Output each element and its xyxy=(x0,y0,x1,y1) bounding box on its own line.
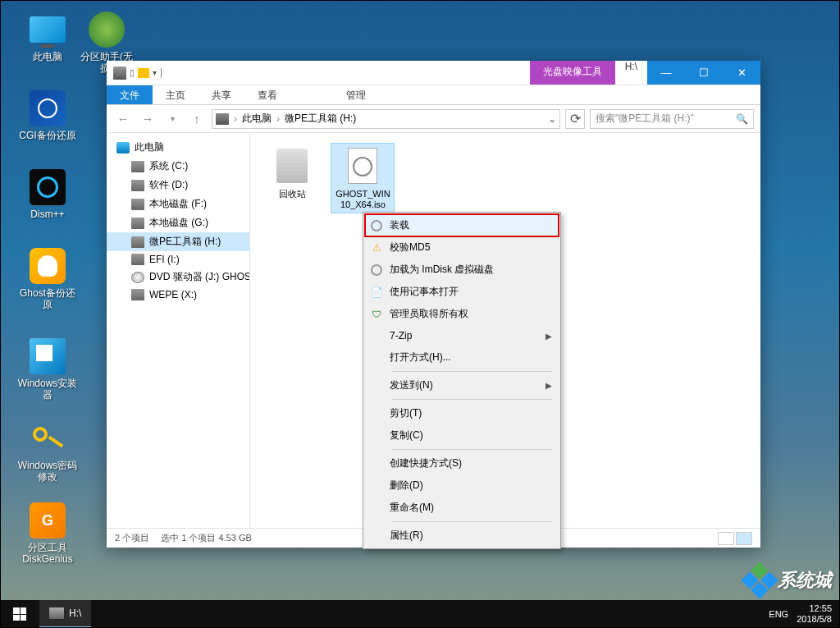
menu-7zip[interactable]: 7-Zip▶ xyxy=(365,325,559,346)
desktop-icon-ghost[interactable]: Ghost备份还原 xyxy=(16,246,79,310)
menu-sendto[interactable]: 发送到(N)▶ xyxy=(365,374,559,397)
drive-icon xyxy=(131,180,144,191)
chevron-right-icon: ▶ xyxy=(546,332,552,341)
start-button[interactable] xyxy=(0,600,39,628)
desktop-icon-diskgenius[interactable]: G分区工具DiskGenius xyxy=(16,501,79,565)
menu-imdisk[interactable]: 加载为 ImDisk 虚拟磁盘 xyxy=(365,259,559,281)
disc-icon xyxy=(371,264,382,276)
dvd-icon xyxy=(131,272,144,283)
tab-view[interactable]: 查看 xyxy=(244,85,290,104)
iso-icon xyxy=(348,148,377,184)
search-input[interactable]: 搜索"微PE工具箱 (H:)" 🔍 xyxy=(590,109,754,129)
notepad-icon: 📄 xyxy=(370,286,383,299)
search-placeholder: 搜索"微PE工具箱 (H:)" xyxy=(596,112,694,126)
disc-icon xyxy=(371,220,382,231)
monitor-icon xyxy=(30,16,66,43)
minimize-button[interactable]: — xyxy=(647,61,685,85)
taskbar-item-explorer[interactable]: H:\ xyxy=(39,600,91,628)
menu-openwith[interactable]: 打开方式(H)... xyxy=(365,346,559,369)
tree-item[interactable]: 本地磁盘 (G:) xyxy=(107,213,249,232)
ime-indicator[interactable]: ENG xyxy=(769,609,788,619)
system-tray[interactable]: ENG 12:55 2018/5/8 xyxy=(760,603,840,625)
up-button[interactable]: ↑ xyxy=(187,109,207,129)
menu-shortcut[interactable]: 创建快捷方式(S) xyxy=(365,452,559,474)
shield-icon: 🛡 xyxy=(370,308,383,321)
search-icon: 🔍 xyxy=(736,113,748,125)
desktop-icon-wininst[interactable]: Windows安装器 xyxy=(16,337,79,401)
drive-icon xyxy=(216,113,229,125)
menu-notepad[interactable]: 📄使用记事本打开 xyxy=(365,281,559,303)
tab-home[interactable]: 主页 xyxy=(153,85,199,104)
bc-path[interactable]: 微PE工具箱 (H:) xyxy=(285,112,356,126)
key-icon xyxy=(30,420,66,456)
cgi-icon xyxy=(30,90,66,126)
tree-item[interactable]: 本地磁盘 (F:) xyxy=(107,195,249,213)
drive-icon xyxy=(131,161,144,172)
tree-item[interactable]: DVD 驱动器 (J:) GHOST xyxy=(107,268,249,286)
menu-separator xyxy=(391,399,552,400)
menu-rename[interactable]: 重命名(M) xyxy=(365,497,559,519)
menu-md5[interactable]: ⚠校验MD5 xyxy=(365,236,559,259)
tree-root[interactable]: 此电脑 xyxy=(107,138,249,157)
menu-mount[interactable]: 装载 xyxy=(365,214,559,236)
bc-root[interactable]: 此电脑 xyxy=(242,112,272,126)
contextual-tab[interactable]: 光盘映像工具 xyxy=(530,61,615,85)
navigation-pane[interactable]: 此电脑 系统 (C:) 软件 (D:) 本地磁盘 (F:) 本地磁盘 (G:) … xyxy=(107,133,250,528)
tab-manage[interactable]: 管理 xyxy=(333,85,379,104)
drive-icon xyxy=(113,66,126,80)
menu-delete[interactable]: 删除(D) xyxy=(365,474,559,497)
watermark: 系统城 xyxy=(746,567,832,594)
maximize-button[interactable]: ☐ xyxy=(685,61,723,85)
breadcrumb[interactable]: › 此电脑 › 微PE工具箱 (H:) ⌄ xyxy=(212,109,560,129)
context-menu: 装载 ⚠校验MD5 加载为 ImDisk 虚拟磁盘 📄使用记事本打开 🛡管理员取… xyxy=(363,212,561,549)
tree-item[interactable]: 系统 (C:) xyxy=(107,157,249,176)
desktop-icon-this-pc[interactable]: 此电脑 xyxy=(16,10,79,62)
titlebar[interactable]: ▯ ▾ │ 光盘映像工具 H:\ — ☐ ✕ xyxy=(107,61,760,85)
window-title: H:\ xyxy=(615,61,647,85)
bc-dropdown[interactable]: ⌄ xyxy=(548,113,556,125)
desktop-icon-password[interactable]: Windows密码修改 xyxy=(16,419,79,483)
history-dropdown[interactable]: ▾ xyxy=(162,109,182,129)
recycle-icon xyxy=(276,149,308,183)
folder-icon xyxy=(138,68,149,78)
status-selection: 选中 1 个项目 4.53 GB xyxy=(161,532,252,544)
tree-item-selected[interactable]: 微PE工具箱 (H:) xyxy=(107,232,249,251)
drive-icon xyxy=(131,218,144,229)
drive-icon xyxy=(131,289,144,300)
tab-share[interactable]: 共享 xyxy=(199,85,244,104)
desktop-icon-cgi[interactable]: CGI备份还原 xyxy=(16,89,79,141)
clock[interactable]: 12:55 2018/5/8 xyxy=(797,603,832,625)
partition-icon xyxy=(89,11,125,48)
ribbon: 文件 主页 共享 查看 管理 xyxy=(107,85,760,105)
tree-item[interactable]: EFI (I:) xyxy=(107,251,249,268)
menu-separator xyxy=(391,371,552,372)
tree-item[interactable]: 软件 (D:) xyxy=(107,176,249,195)
menu-properties[interactable]: 属性(R) xyxy=(365,525,559,547)
warn-icon: ⚠ xyxy=(370,241,383,254)
drive-icon xyxy=(131,199,144,210)
menu-copy[interactable]: 复制(C) xyxy=(365,424,559,447)
diskgenius-icon: G xyxy=(30,502,66,539)
taskbar: H:\ ENG 12:55 2018/5/8 xyxy=(0,600,840,628)
forward-button[interactable]: → xyxy=(138,109,158,129)
windows-icon xyxy=(13,607,26,621)
dism-icon xyxy=(30,169,66,205)
view-icons-button[interactable] xyxy=(736,532,752,545)
back-button[interactable]: ← xyxy=(113,109,133,129)
drive-icon xyxy=(131,254,144,265)
file-iso-selected[interactable]: GHOST_WIN10_X64.iso xyxy=(331,143,395,213)
desktop-icon-dism[interactable]: Dism++ xyxy=(16,167,79,220)
ghost-icon xyxy=(30,248,66,284)
status-count: 2 个项目 xyxy=(115,532,149,544)
tree-item[interactable]: WEPE (X:) xyxy=(107,286,249,303)
installer-icon xyxy=(30,338,66,374)
pc-icon xyxy=(116,142,130,154)
menu-cut[interactable]: 剪切(T) xyxy=(365,402,559,424)
view-details-button[interactable] xyxy=(718,532,734,545)
refresh-button[interactable]: ⟳ xyxy=(565,109,585,129)
file-recycle-bin[interactable]: 回收站 xyxy=(260,143,324,203)
tab-file[interactable]: 文件 xyxy=(107,85,153,104)
watermark-logo xyxy=(741,562,778,598)
close-button[interactable]: ✕ xyxy=(723,61,760,85)
menu-admin[interactable]: 🛡管理员取得所有权 xyxy=(365,303,559,325)
